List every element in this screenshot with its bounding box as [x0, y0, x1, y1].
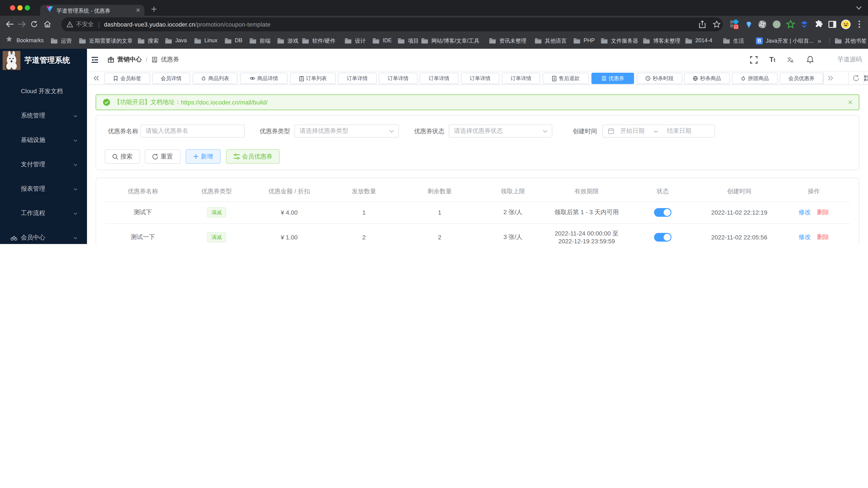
svg-text:A: A: [790, 59, 794, 63]
svg-text:12: 12: [734, 25, 738, 29]
